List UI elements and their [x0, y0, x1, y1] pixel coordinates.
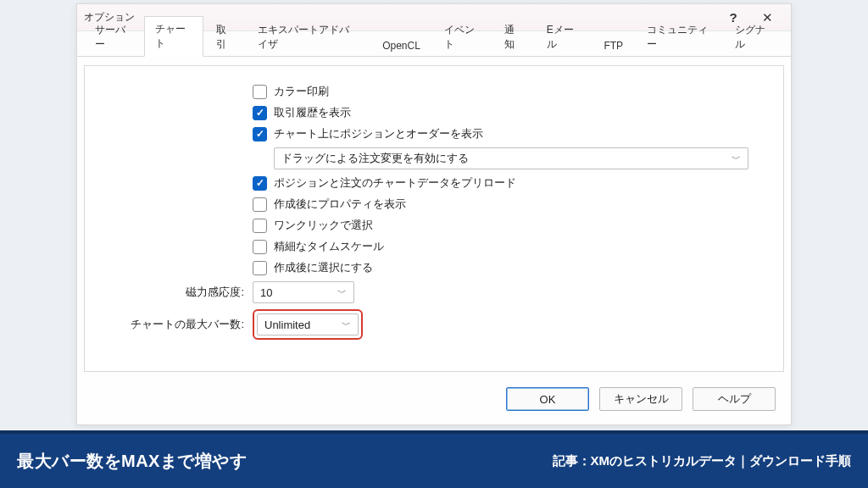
label-positions-on-chart: チャート上にポジションとオーダーを表示: [274, 126, 483, 141]
label-one-click: ワンクリックで選択: [274, 218, 373, 233]
chevron-down-icon: ﹀: [732, 152, 741, 165]
label-select-after: 作成後に選択にする: [274, 260, 373, 275]
label-color-print: カラー印刷: [274, 84, 329, 99]
checkbox-preload-data[interactable]: [253, 176, 267, 191]
max-bars-value: Unlimited: [264, 319, 310, 331]
checkbox-select-after[interactable]: [253, 261, 267, 275]
tab-email[interactable]: Eメール: [536, 17, 592, 57]
max-bars-highlight: Unlimited ﹀: [253, 309, 363, 340]
tab-opencl[interactable]: OpenCL: [371, 34, 431, 57]
sensitivity-value: 10: [260, 286, 272, 299]
label-precise-time: 精細なタイムスケール: [274, 239, 384, 254]
drag-order-value: ドラッグによる注文変更を有効にする: [281, 151, 469, 166]
checkbox-trade-history[interactable]: [253, 106, 267, 120]
sensitivity-label: 磁力感応度:: [100, 285, 253, 300]
tabstrip: サーバー チャート 取引 エキスパートアドバイザ OpenCL イベント 通知 …: [77, 31, 791, 57]
label-show-props: 作成後にプロパティを表示: [274, 197, 406, 212]
sensitivity-select[interactable]: 10 ﹀: [253, 281, 354, 303]
checkbox-precise-time[interactable]: [253, 240, 267, 254]
max-bars-label: チャートの最大バー数:: [100, 317, 253, 332]
tab-ftp[interactable]: FTP: [593, 34, 634, 57]
tab-event[interactable]: イベント: [433, 17, 492, 57]
chart-panel: カラー印刷 取引履歴を表示 チャート上にポジションとオーダーを表示 ドラッグによ…: [84, 65, 784, 372]
drag-order-select[interactable]: ドラッグによる注文変更を有効にする ﹀: [274, 147, 748, 169]
options-dialog: オプション ? ✕ サーバー チャート 取引 エキスパートアドバイザ OpenC…: [76, 3, 792, 425]
tab-community[interactable]: コミュニティー: [636, 17, 722, 57]
ok-button[interactable]: OK: [506, 387, 589, 411]
cancel-button[interactable]: キャンセル: [599, 387, 682, 411]
tab-trade[interactable]: 取引: [205, 17, 246, 57]
checkbox-show-props[interactable]: [253, 197, 267, 212]
checkbox-color-print[interactable]: [253, 85, 267, 99]
label-trade-history: 取引履歴を表示: [274, 105, 351, 120]
label-preload-data: ポジションと注文のチャートデータをプリロード: [274, 175, 516, 191]
max-bars-select[interactable]: Unlimited ﹀: [257, 313, 359, 336]
chevron-down-icon: ﹀: [337, 286, 347, 299]
dialog-buttons: OK キャンセル ヘルプ: [506, 387, 776, 411]
tab-chart[interactable]: チャート: [144, 16, 203, 57]
tab-notify[interactable]: 通知: [493, 17, 534, 57]
tab-signal[interactable]: シグナル: [724, 17, 782, 57]
tab-server[interactable]: サーバー: [84, 17, 142, 57]
checkbox-positions-on-chart[interactable]: [253, 127, 267, 141]
banner-right: 記事：XMのヒストリカルデータ｜ダウンロード手順: [553, 453, 852, 469]
caption-banner: 最大バー数をMAXまで増やす 記事：XMのヒストリカルデータ｜ダウンロード手順: [0, 430, 868, 488]
banner-left: 最大バー数をMAXまで増やす: [17, 450, 247, 473]
checkbox-one-click[interactable]: [253, 219, 267, 233]
chevron-down-icon: ﹀: [342, 319, 351, 331]
tab-ea[interactable]: エキスパートアドバイザ: [247, 17, 370, 57]
help-button[interactable]: ヘルプ: [693, 387, 776, 411]
